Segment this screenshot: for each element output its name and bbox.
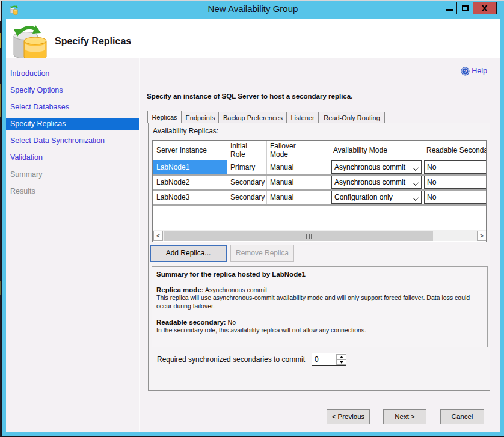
svg-text:?: ? [464,69,467,75]
